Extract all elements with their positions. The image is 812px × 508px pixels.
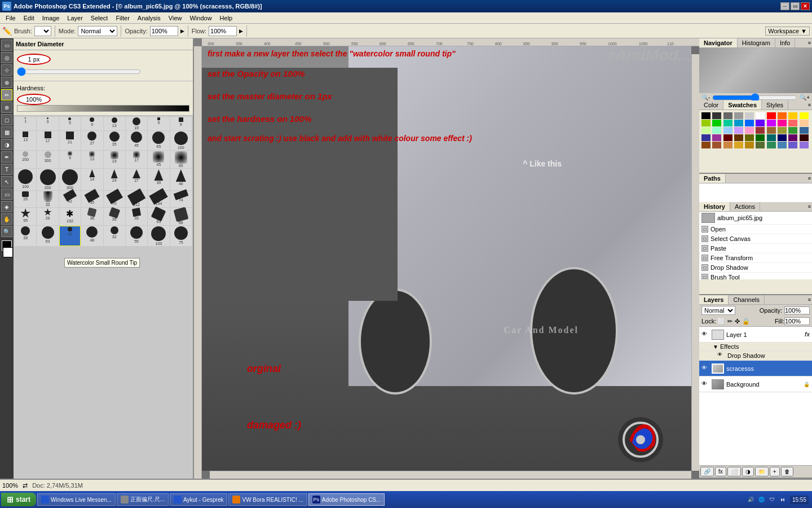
tool-zoom[interactable]: 🔍 bbox=[1, 226, 12, 237]
brush-cell-9c[interactable]: 9 bbox=[59, 151, 81, 168]
brush-cell-13b[interactable]: 13 bbox=[15, 131, 36, 150]
swatch-10[interactable] bbox=[701, 120, 710, 126]
brush-cell-1[interactable]: 1 bbox=[15, 117, 36, 130]
zoom-in-icon[interactable]: 🔍+ bbox=[800, 94, 810, 100]
brush-cell-42[interactable]: 42 bbox=[59, 191, 81, 207]
scrollbar-vertical[interactable] bbox=[691, 54, 699, 471]
brush-cell-65[interactable]: 65 bbox=[148, 131, 169, 150]
brush-selector[interactable] bbox=[34, 26, 51, 36]
brush-cell-75[interactable]: 75 bbox=[170, 226, 192, 246]
brush-cell-45c[interactable]: 45 bbox=[148, 151, 169, 168]
workspace-btn[interactable]: Workspace ▼ bbox=[765, 27, 810, 36]
swatch-33[interactable] bbox=[734, 134, 743, 141]
swatch-32[interactable] bbox=[723, 134, 732, 141]
swatch-19[interactable] bbox=[800, 120, 809, 126]
swatch-37[interactable] bbox=[778, 134, 787, 141]
brush-cell-45[interactable]: 45 bbox=[126, 131, 147, 150]
swatch-2[interactable] bbox=[723, 112, 732, 119]
brush-cell-9b[interactable]: 9 bbox=[170, 117, 192, 130]
swatch-5[interactable] bbox=[756, 112, 765, 119]
layer-eye-layer1[interactable]: 👁 bbox=[701, 331, 709, 339]
tab-paths[interactable]: Paths bbox=[699, 174, 726, 183]
brush-cell-27[interactable]: 27 bbox=[81, 131, 103, 150]
brush-cell-100[interactable]: 100 bbox=[170, 131, 192, 150]
tool-3d[interactable]: ◈ bbox=[1, 201, 12, 212]
brush-cell-35[interactable]: 35 bbox=[104, 131, 125, 150]
brush-cell-17[interactable]: 17 bbox=[37, 131, 58, 150]
brush-cell-39b[interactable]: 39 bbox=[15, 226, 36, 246]
swatch-31[interactable] bbox=[712, 134, 721, 141]
taskbar-item-messenger[interactable]: Windows Live Messen... bbox=[37, 493, 116, 506]
menu-analysis[interactable]: Analysis bbox=[134, 14, 164, 22]
lock-transparent-icon[interactable]: ⬜ bbox=[717, 318, 725, 325]
start-button[interactable]: ⊞ start bbox=[1, 493, 36, 506]
history-item-1[interactable]: □ Open bbox=[699, 225, 812, 234]
swatch-48[interactable] bbox=[788, 142, 797, 148]
swatch-29[interactable] bbox=[800, 127, 809, 134]
tab-layers[interactable]: Layers bbox=[699, 295, 729, 304]
brush-cell-21[interactable]: 21 bbox=[59, 131, 81, 150]
taskbar-item-ps[interactable]: Ps Adobe Photoshop CS... bbox=[308, 493, 385, 506]
swatch-40[interactable] bbox=[701, 142, 710, 148]
swatch-21[interactable] bbox=[712, 127, 721, 134]
swatch-18[interactable] bbox=[788, 120, 797, 126]
layers-fill-input[interactable] bbox=[784, 317, 810, 325]
brush-cell-13[interactable]: 13 bbox=[104, 117, 125, 130]
hardness-input[interactable]: 100% bbox=[17, 94, 51, 105]
swatch-49[interactable] bbox=[800, 142, 809, 148]
tool-shape[interactable]: ▭ bbox=[1, 189, 12, 200]
background-color[interactable] bbox=[3, 247, 13, 257]
brush-cell-14[interactable]: 14 bbox=[81, 169, 103, 190]
brush-cell-17c[interactable]: 17 bbox=[126, 151, 147, 168]
swatch-22[interactable] bbox=[723, 127, 732, 134]
brush-cell-100b[interactable]: 100 bbox=[15, 169, 36, 190]
layer-mask-btn[interactable]: ⬜ bbox=[727, 467, 741, 476]
brush-cell-300[interactable]: 300 bbox=[37, 151, 58, 168]
history-item-6[interactable]: □ Brush Tool bbox=[699, 273, 812, 279]
brush-cell-112[interactable]: 112 bbox=[126, 191, 147, 207]
brush-cell-134[interactable]: 134 bbox=[148, 191, 169, 207]
layer-style-btn[interactable]: fx bbox=[715, 467, 726, 476]
menu-select[interactable]: Select bbox=[87, 14, 112, 22]
brush-cell-74[interactable]: 74 bbox=[170, 191, 192, 207]
swatch-1[interactable] bbox=[712, 112, 721, 119]
tab-info[interactable]: Info bbox=[775, 38, 795, 47]
brush-cell-29[interactable]: 29 bbox=[37, 208, 58, 225]
swatch-20[interactable] bbox=[701, 127, 710, 134]
layer-eye-scracesss[interactable]: 👁 bbox=[701, 365, 709, 373]
brush-cell-200b[interactable]: 200 bbox=[37, 169, 58, 190]
layers-panel-menu[interactable]: ≡ bbox=[807, 296, 812, 304]
brush-cell-300b[interactable]: 300 bbox=[59, 169, 81, 190]
menu-edit[interactable]: Edit bbox=[20, 14, 38, 22]
swatch-36[interactable] bbox=[767, 134, 776, 141]
brush-cell-55b[interactable]: 55 bbox=[126, 226, 147, 246]
brush-cell-3[interactable]: 3 bbox=[37, 117, 58, 130]
brush-cell-70[interactable]: 70 bbox=[104, 191, 125, 207]
swatch-0[interactable] bbox=[701, 112, 710, 119]
layer-adjustment-btn[interactable]: ◑ bbox=[742, 467, 754, 476]
tab-styles[interactable]: Styles bbox=[762, 100, 788, 110]
brush-cell-48[interactable]: 48 bbox=[81, 226, 103, 246]
menu-image[interactable]: Image bbox=[39, 14, 63, 22]
brush-cell-33[interactable]: 33 bbox=[37, 191, 58, 207]
brush-cell-39[interactable]: 39 bbox=[148, 169, 169, 190]
tab-histogram[interactable]: Histogram bbox=[738, 38, 775, 47]
diameter-input[interactable]: 1 px bbox=[17, 54, 51, 65]
drop-shadow-eye[interactable]: 👁 bbox=[717, 352, 725, 360]
layer-row-layer1[interactable]: 👁 Layer 1 fx bbox=[699, 327, 812, 343]
swatch-16[interactable] bbox=[767, 120, 776, 126]
lock-paint-icon[interactable]: ✏ bbox=[727, 318, 732, 325]
brush-cell-100c[interactable]: 100 bbox=[148, 226, 169, 246]
tab-navigator[interactable]: Navigator bbox=[699, 38, 738, 47]
swatch-30[interactable] bbox=[701, 134, 710, 141]
swatch-38[interactable] bbox=[788, 134, 797, 141]
swatch-46[interactable] bbox=[767, 142, 776, 148]
swatches-panel-menu[interactable]: ≡ bbox=[807, 101, 812, 109]
swatch-3[interactable] bbox=[734, 112, 743, 119]
menu-view[interactable]: View bbox=[165, 14, 186, 22]
effects-collapse[interactable]: ▼ bbox=[713, 344, 718, 350]
tool-pen[interactable]: ✒ bbox=[1, 151, 12, 163]
swatch-24[interactable] bbox=[745, 127, 754, 134]
brush-cell-32[interactable]: 32 bbox=[104, 226, 125, 246]
tool-type[interactable]: T bbox=[1, 164, 12, 175]
